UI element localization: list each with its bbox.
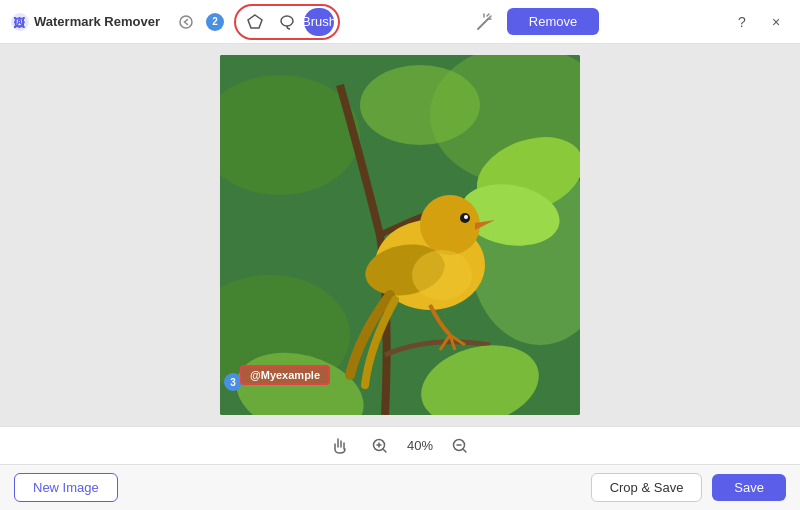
zoom-level: 40% bbox=[407, 438, 433, 453]
main-canvas-area: 3 @Myexample bbox=[0, 44, 800, 426]
app-logo: 🖼 Watermark Remover bbox=[10, 12, 160, 32]
svg-point-14 bbox=[360, 65, 480, 145]
hand-icon bbox=[331, 437, 349, 455]
back-button[interactable] bbox=[172, 8, 200, 36]
crop-save-button[interactable]: Crop & Save bbox=[591, 473, 703, 502]
close-button[interactable]: × bbox=[762, 8, 790, 36]
hand-tool-button[interactable] bbox=[327, 433, 353, 459]
remove-button[interactable]: Remove bbox=[507, 8, 599, 35]
lasso-icon bbox=[278, 13, 296, 31]
tool-group: Brush bbox=[234, 4, 340, 40]
svg-point-2 bbox=[180, 16, 192, 28]
brush-tool-button[interactable]: Brush bbox=[304, 8, 334, 36]
app-title: Watermark Remover bbox=[34, 14, 160, 29]
zoom-out-button[interactable] bbox=[447, 433, 473, 459]
svg-marker-3 bbox=[248, 15, 262, 28]
help-button[interactable]: ? bbox=[728, 8, 756, 36]
bird-scene-svg bbox=[220, 55, 580, 415]
zoom-toolbar: 40% bbox=[0, 426, 800, 464]
polygon-icon bbox=[246, 13, 264, 31]
titlebar: 🖼 Watermark Remover 2 bbox=[0, 0, 800, 44]
logo-icon: 🖼 bbox=[10, 12, 30, 32]
watermark-text: @Myexample bbox=[250, 369, 320, 381]
magic-wand-icon bbox=[475, 12, 495, 32]
magic-wand-button[interactable] bbox=[469, 6, 501, 38]
back-icon bbox=[179, 15, 193, 29]
save-button[interactable]: Save bbox=[712, 474, 786, 501]
bird-image[interactable] bbox=[220, 55, 580, 415]
watermark-selection-box[interactable]: @Myexample bbox=[240, 365, 330, 385]
brush-label: Brush bbox=[302, 14, 336, 29]
step2-badge: 2 bbox=[206, 13, 224, 31]
zoom-out-icon bbox=[452, 438, 468, 454]
svg-point-24 bbox=[412, 250, 472, 300]
svg-point-20 bbox=[420, 195, 480, 255]
new-image-button[interactable]: New Image bbox=[14, 473, 118, 502]
lasso-tool-button[interactable] bbox=[272, 8, 302, 36]
canvas-container: 3 @Myexample bbox=[220, 55, 580, 415]
zoom-in-button[interactable] bbox=[367, 433, 393, 459]
svg-point-4 bbox=[281, 16, 293, 26]
svg-line-7 bbox=[487, 14, 489, 16]
svg-text:🖼: 🖼 bbox=[13, 16, 25, 30]
footer: New Image Crop & Save Save bbox=[0, 464, 800, 510]
zoom-in-icon bbox=[372, 438, 388, 454]
polygon-tool-button[interactable] bbox=[240, 8, 270, 36]
svg-point-22 bbox=[464, 215, 468, 219]
